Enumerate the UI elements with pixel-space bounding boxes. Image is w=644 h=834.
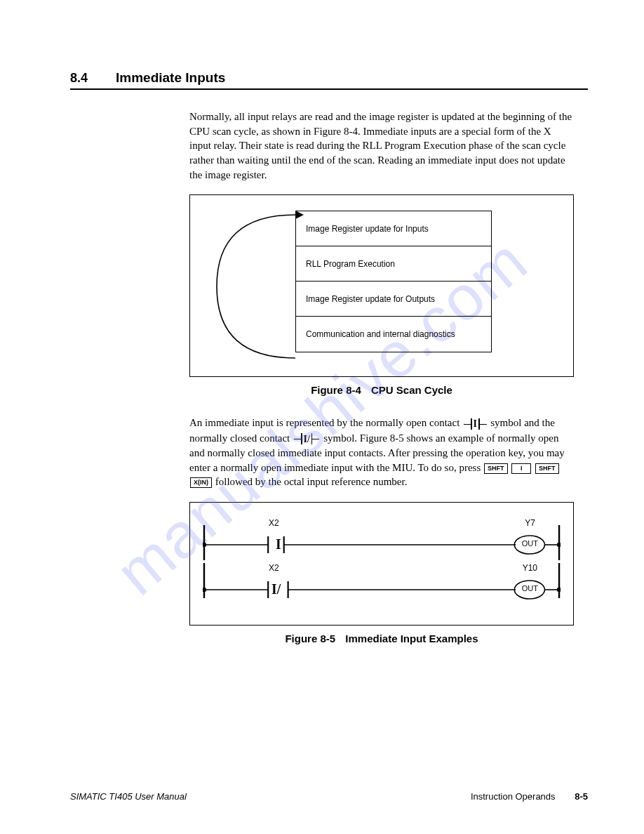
ladder-rung-2: I/ X2 Y10 OUT (203, 563, 561, 605)
output-label: Y10 (523, 563, 537, 573)
key-shift: SHFT (484, 463, 508, 474)
para2-a: An immediate input is represented by the… (189, 417, 462, 428)
footer-page-number: 8-5 (575, 791, 588, 802)
figure-8-4-diagram: Image Register update for Inputs RLL Pro… (189, 194, 574, 377)
scan-cycle-row: Image Register update for Outputs (296, 282, 491, 317)
contact-label: X2 (269, 563, 279, 573)
page-footer: SIMATIC TI405 User Manual Instruction Op… (70, 791, 588, 802)
scan-cycle-row: Communication and internal diagnostics (296, 317, 491, 352)
scan-cycle-table: Image Register update for Inputs RLL Pro… (295, 211, 492, 352)
output-label: Y7 (525, 518, 535, 528)
key-shift: SHFT (535, 463, 559, 474)
rung-svg: I/ (203, 563, 561, 605)
ladder-rung-1: I X2 Y7 OUT (203, 518, 561, 560)
key-xin: X(IN) (190, 477, 212, 488)
footer-chapter: Instruction Operands 8-5 (471, 791, 588, 802)
output-text: OUT (522, 539, 538, 548)
figure-8-4-caption: Figure 8-4 CPU Scan Cycle (189, 384, 574, 396)
rung-svg: I (203, 518, 561, 560)
scan-cycle-row: RLL Program Execution (296, 246, 491, 282)
output-text: OUT (522, 584, 538, 593)
contact-label: X2 (269, 518, 279, 528)
section-number: 8.4 (70, 71, 88, 86)
scan-cycle-row: Image Register update for Inputs (296, 211, 491, 246)
body-column: Normally, all input relays are read and … (189, 110, 574, 644)
figure-title: Immediate Input Examples (345, 633, 478, 644)
figure-8-5-caption: Figure 8-5 Immediate Input Examples (189, 633, 574, 644)
footer-manual-title: SIMATIC TI405 User Manual (70, 791, 187, 802)
section-title: Immediate Inputs (116, 70, 225, 86)
figure-8-5-ladder: I X2 Y7 OUT I/ (189, 502, 574, 626)
svg-text:I: I (276, 536, 281, 552)
section-header: 8.4 Immediate Inputs (70, 70, 588, 90)
paragraph-1: Normally, all input relays are read and … (189, 110, 574, 182)
paragraph-2: An immediate input is represented by the… (189, 416, 574, 489)
figure-label: Figure 8-4 (311, 384, 361, 396)
figure-label: Figure 8-5 (285, 633, 335, 644)
cycle-loop-arrow-icon (211, 209, 309, 364)
svg-text:I/: I/ (271, 581, 281, 597)
footer-chapter-text: Instruction Operands (471, 791, 556, 802)
normally-closed-immediate-contact-icon: I/ (294, 432, 319, 446)
key-i: I (511, 463, 531, 474)
normally-open-immediate-contact-icon: I (464, 417, 486, 430)
figure-title: CPU Scan Cycle (371, 384, 452, 396)
para2-d: followed by the octal input reference nu… (215, 476, 408, 487)
